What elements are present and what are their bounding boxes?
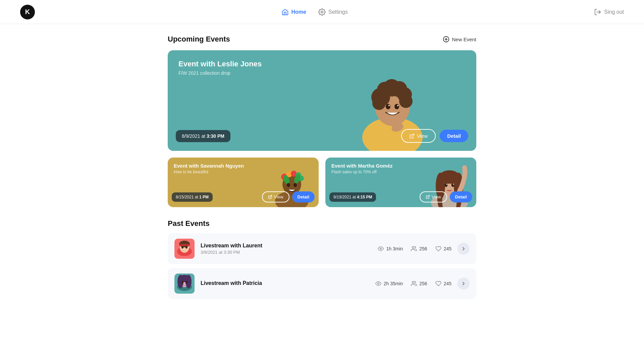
martha-actions: View Detail xyxy=(420,191,472,202)
savannah-view-button[interactable]: View xyxy=(262,191,289,202)
patricia-chevron-right-icon xyxy=(461,281,466,286)
nav-home[interactable]: Home xyxy=(281,8,306,16)
martha-detail-label: Detail xyxy=(455,194,467,199)
martha-event-subtitle: Flash sales up to 70% off xyxy=(331,170,470,174)
laurent-date: 3/9/2021 at 3:30 PM xyxy=(201,250,372,255)
svg-line-44 xyxy=(427,195,429,197)
eye-icon xyxy=(378,246,384,252)
svg-point-32 xyxy=(293,183,297,187)
savannah-time: 1 PM xyxy=(199,195,209,199)
users-icon xyxy=(411,246,417,252)
martha-event-title: Event with Martha Gomèz xyxy=(331,163,470,169)
laurent-likes: 245 xyxy=(435,246,451,252)
svg-line-33 xyxy=(270,195,272,197)
laurent-stats: 1h 3min 256 245 xyxy=(378,246,451,252)
patricia-viewers-value: 256 xyxy=(419,281,427,286)
new-event-label: New Event xyxy=(452,37,476,42)
svg-point-0 xyxy=(321,11,323,13)
signout-label: Sing out xyxy=(604,9,624,15)
signout-icon xyxy=(594,8,601,16)
laurent-avatar xyxy=(174,239,195,259)
nav-settings[interactable]: Settings xyxy=(318,8,348,16)
featured-date-badge: 8/9/2021 at 3:30 PM xyxy=(176,130,230,142)
savannah-detail-button[interactable]: Detail xyxy=(292,191,315,202)
main-nav: Home Settings xyxy=(281,8,348,16)
svg-point-17 xyxy=(388,105,390,106)
laurent-arrow-button[interactable] xyxy=(458,243,470,255)
nav-settings-label: Settings xyxy=(328,9,348,15)
martha-date-badge: 9/19/2021 at 4:15 PM xyxy=(329,192,376,202)
past-event-patricia: Livestream with Patricia 2h 35min xyxy=(168,268,476,299)
past-events-title: Past Events xyxy=(168,219,476,228)
laurent-info: Livestream with Laurent 3/9/2021 at 3:30… xyxy=(201,243,372,255)
svg-point-52 xyxy=(380,248,382,250)
patricia-users-icon xyxy=(411,281,417,287)
main-content: Upcoming Events New Event xyxy=(168,24,476,323)
featured-view-button[interactable]: View xyxy=(401,129,436,143)
martha-card-footer: 9/19/2021 at 4:15 PM View Detail xyxy=(325,191,476,207)
svg-point-40 xyxy=(445,183,448,187)
savannah-view-label: View xyxy=(274,194,283,199)
logo-avatar[interactable]: K xyxy=(20,5,35,19)
svg-point-53 xyxy=(412,246,414,248)
svg-point-31 xyxy=(287,183,290,187)
patricia-avatar xyxy=(174,274,195,294)
laurent-avatar-svg xyxy=(174,239,195,259)
svg-point-63 xyxy=(412,281,414,283)
patricia-likes: 245 xyxy=(435,281,451,287)
featured-view-label: View xyxy=(417,133,428,139)
svg-point-49 xyxy=(181,246,183,249)
martha-at: at xyxy=(353,195,357,199)
savannah-event-card: Event with Savannah Nguyen How to be bea… xyxy=(168,158,319,207)
martha-event-card: Event with Martha Gomèz Flash sales up t… xyxy=(325,158,476,207)
featured-card-footer: 8/9/2021 at 3:30 PM View Detail xyxy=(168,129,476,151)
martha-detail-button[interactable]: Detail xyxy=(450,191,472,202)
savannah-card-content: Event with Savannah Nguyen How to be bea… xyxy=(168,158,319,174)
featured-time: 3:30 PM xyxy=(207,133,224,139)
laurent-viewers-value: 256 xyxy=(419,246,427,251)
laurent-viewers: 256 xyxy=(411,246,427,252)
svg-point-15 xyxy=(386,104,390,109)
featured-detail-button[interactable]: Detail xyxy=(440,130,468,142)
laurent-name: Livestream with Laurent xyxy=(201,243,372,249)
featured-event-subtitle: F/W 2021 collection drop xyxy=(178,70,466,76)
patricia-likes-value: 245 xyxy=(444,281,451,286)
featured-event-title: Event with Leslie Jones xyxy=(178,60,466,68)
martha-date: 9/19/2021 xyxy=(333,195,351,199)
featured-detail-label: Detail xyxy=(447,133,461,139)
svg-point-16 xyxy=(394,104,399,109)
patricia-eye-icon xyxy=(375,281,381,287)
past-events-section: Past Events Livestream with Laurent xyxy=(168,219,476,299)
martha-external-link-icon xyxy=(426,195,430,199)
savannah-at: at xyxy=(195,195,199,199)
nav-home-label: Home xyxy=(291,9,306,15)
svg-point-60 xyxy=(181,281,183,284)
new-event-button[interactable]: New Event xyxy=(442,36,476,43)
savannah-detail-label: Detail xyxy=(298,194,309,199)
small-event-cards: Event with Savannah Nguyen How to be bea… xyxy=(168,158,476,207)
martha-view-button[interactable]: View xyxy=(420,191,447,202)
signout-button[interactable]: Sing out xyxy=(594,8,624,16)
chevron-right-icon xyxy=(461,246,466,251)
external-link-icon xyxy=(409,133,415,139)
savannah-card-footer: 8/15/2021 at 1 PM View Detail xyxy=(168,191,319,207)
heart-icon xyxy=(435,246,441,252)
past-event-laurent: Livestream with Laurent 3/9/2021 at 3:30… xyxy=(168,233,476,264)
martha-time: 4:15 PM xyxy=(357,195,372,199)
patricia-duration: 2h 35min xyxy=(375,281,403,287)
patricia-duration-value: 2h 35min xyxy=(384,281,403,286)
laurent-likes-value: 245 xyxy=(444,246,451,251)
martha-card-content: Event with Martha Gomèz Flash sales up t… xyxy=(325,158,476,174)
patricia-heart-icon xyxy=(435,281,441,287)
upcoming-events-header: Upcoming Events New Event xyxy=(168,35,476,44)
svg-point-13 xyxy=(399,95,413,108)
patricia-arrow-button[interactable] xyxy=(458,278,470,290)
svg-point-41 xyxy=(451,183,454,187)
laurent-duration: 1h 3min xyxy=(378,246,403,252)
svg-point-42 xyxy=(446,184,447,185)
savannah-event-title: Event with Savannah Nguyen xyxy=(174,163,313,169)
savannah-actions: View Detail xyxy=(262,191,315,202)
header: K Home Settings Sing out xyxy=(0,0,644,24)
logo-letter: K xyxy=(25,8,30,16)
savannah-event-subtitle: How to be beautiful xyxy=(174,170,313,174)
